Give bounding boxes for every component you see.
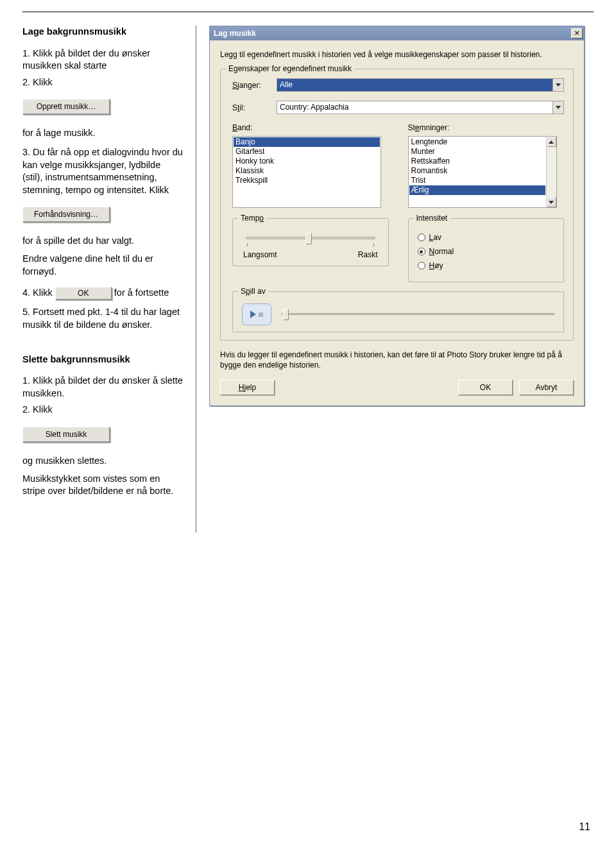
chevron-down-icon[interactable] bbox=[552, 79, 563, 91]
cancel-button[interactable]: Avbryt bbox=[519, 380, 574, 395]
moods-label: Stemninger: bbox=[408, 123, 565, 132]
chevron-down-icon[interactable] bbox=[552, 101, 563, 114]
style-combobox[interactable]: Country: Appalachia bbox=[277, 101, 564, 114]
delete-music-button[interactable]: Slett musikk bbox=[22, 427, 110, 442]
dialog-title: Lag musikk bbox=[214, 29, 256, 38]
genre-label: Sjanger: bbox=[232, 81, 268, 90]
intensity-groupbox: Intensitet Lav Normal Høy bbox=[408, 218, 565, 282]
step-5: 5. Fortsett med pkt. 1-4 til du har lage… bbox=[22, 306, 183, 331]
properties-groupbox: Egenskaper for egendefinert musikk Sjang… bbox=[220, 69, 574, 341]
tempo-max-label: Raskt bbox=[358, 250, 378, 259]
help-button[interactable]: Hjelp bbox=[220, 380, 275, 395]
tempo-slider[interactable] bbox=[246, 237, 375, 239]
list-item[interactable]: Banjo bbox=[234, 137, 380, 147]
dialog-titlebar[interactable]: Lag musikk ✕ bbox=[210, 26, 584, 40]
del-step-2b: og musikken slettes. bbox=[22, 455, 183, 468]
close-icon[interactable]: ✕ bbox=[571, 28, 583, 38]
list-item[interactable]: Ærlig bbox=[409, 185, 545, 195]
page-number: 11 bbox=[579, 821, 590, 833]
del-step-1: 1. Klikk på bildet der du ønsker å slett… bbox=[22, 375, 183, 400]
step-1: 1. Klikk på bildet der du ønsker musikke… bbox=[22, 47, 183, 72]
scroll-down-icon[interactable] bbox=[547, 197, 556, 207]
band-label: Band: bbox=[232, 123, 389, 132]
preview-button[interactable]: Forhåndsvisning… bbox=[22, 207, 110, 222]
play-stop-control[interactable] bbox=[242, 303, 271, 325]
genre-combobox[interactable]: Alle bbox=[277, 78, 564, 92]
playback-groupbox: Spill av bbox=[232, 291, 564, 332]
instructions-column: Lage bakgrunnsmusikk 1. Klikk på bildet … bbox=[22, 26, 183, 532]
stop-icon bbox=[259, 312, 263, 317]
intensity-high-radio[interactable]: Høy bbox=[418, 261, 555, 270]
section-heading-delete: Slette bakgrunnsmusikk bbox=[22, 354, 183, 366]
list-item[interactable]: Klassisk bbox=[234, 166, 380, 176]
play-icon bbox=[250, 311, 256, 318]
step-2b: for å lage musikk. bbox=[22, 127, 183, 140]
create-music-button[interactable]: Opprett musikk… bbox=[22, 99, 110, 114]
dialog-footnote: Hvis du legger til egendefinert musikk i… bbox=[220, 350, 574, 370]
intensity-normal-radio[interactable]: Normal bbox=[418, 247, 555, 256]
dialog-intro: Legg til egendefinert musikk i historien… bbox=[220, 49, 574, 60]
tempo-groupbox: Tempo Langsomt Raskt bbox=[232, 218, 389, 266]
list-item[interactable]: Lengtende bbox=[409, 137, 545, 147]
tempo-min-label: Langsomt bbox=[243, 250, 277, 259]
ok-inline-button[interactable]: OK bbox=[55, 287, 112, 300]
step-2: 2. Klikk bbox=[22, 76, 183, 89]
column-divider bbox=[196, 26, 196, 532]
list-item[interactable]: Trekkspill bbox=[234, 176, 380, 185]
list-item[interactable]: Munter bbox=[409, 147, 545, 157]
moods-listbox[interactable]: Lengtende Munter Rettskaffen Romantisk T… bbox=[408, 136, 557, 208]
list-item[interactable]: Rettskaffen bbox=[409, 157, 545, 166]
section-heading-create: Lage bakgrunnsmusikk bbox=[22, 26, 183, 38]
list-item[interactable]: Honky tonk bbox=[234, 157, 380, 166]
list-item[interactable]: Romantisk bbox=[409, 166, 545, 176]
style-label: Stil: bbox=[232, 103, 268, 112]
band-listbox[interactable]: Banjo Gitarfest Honky tonk Klassisk Trek… bbox=[232, 136, 381, 208]
scroll-up-icon[interactable] bbox=[547, 137, 556, 147]
list-item[interactable]: Trist bbox=[409, 176, 545, 185]
del-step-3: Musikkstykket som vistes som en stripe o… bbox=[22, 473, 183, 498]
step-4: 4. Klikk OK for å fortsette bbox=[22, 287, 183, 300]
create-music-dialog: Lag musikk ✕ Legg til egendefinert musik… bbox=[209, 26, 585, 406]
step-3: 3. Du får nå opp et dialogvindu hvor du … bbox=[22, 146, 183, 196]
groupbox-legend: Egenskaper for egendefinert musikk bbox=[226, 64, 354, 73]
scrollbar[interactable] bbox=[546, 137, 556, 207]
intensity-low-radio[interactable]: Lav bbox=[418, 233, 555, 242]
step-3b: for å spille det du har valgt. bbox=[22, 235, 183, 248]
list-item[interactable]: Gitarfest bbox=[234, 147, 380, 157]
playback-slider[interactable] bbox=[282, 307, 554, 321]
step-3c: Endre valgene dine helt til du er fornøy… bbox=[22, 253, 183, 278]
ok-button[interactable]: OK bbox=[458, 380, 513, 395]
del-step-2: 2. Klikk bbox=[22, 404, 183, 416]
